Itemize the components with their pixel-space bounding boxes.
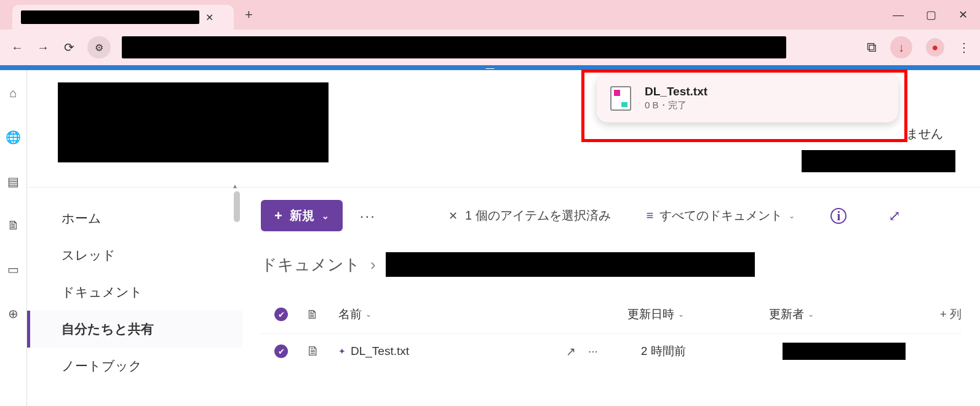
back-button[interactable]: ←: [10, 41, 25, 55]
extensions-icon[interactable]: ⧉: [867, 39, 877, 55]
row-updater-redacted: [783, 343, 906, 360]
download-meta: 0 B・完了: [645, 100, 707, 111]
sidebar-item-documents[interactable]: ドキュメント: [27, 274, 242, 311]
file-type-icon: [610, 86, 631, 111]
expand-icon[interactable]: ⤢: [888, 207, 901, 225]
row-updated-time: 2 時間前: [641, 343, 764, 359]
chevron-down-icon: ⌄: [808, 310, 814, 319]
download-popup[interactable]: DL_Test.txt 0 B・完了: [597, 74, 898, 122]
breadcrumb-root[interactable]: ドキュメント: [261, 254, 361, 276]
info-icon[interactable]: i: [831, 208, 847, 224]
globe-icon[interactable]: 🌐: [6, 130, 21, 145]
select-all-checkbox[interactable]: ✔: [274, 308, 288, 321]
chevron-down-icon: ⌄: [365, 310, 372, 319]
left-nav: ホーム スレッド ドキュメント 自分たちと共有 ノートブック: [27, 188, 242, 406]
more-actions-icon[interactable]: ···: [360, 207, 376, 225]
minimize-icon[interactable]: —: [893, 9, 904, 22]
app-rail: ⌂ 🌐 ▤ 🗎 ▭ ⊕: [0, 70, 27, 406]
address-bar-redacted[interactable]: [122, 36, 786, 58]
column-header-name[interactable]: 名前 ⌄: [338, 306, 548, 322]
table-header-row: ✔ 🗎 名前 ⌄ 更新日時 ⌄ 更新者 ⌄ + 列: [261, 301, 962, 333]
clear-selection-icon[interactable]: ✕: [448, 209, 458, 223]
chevron-down-icon: ⌄: [678, 310, 684, 319]
column-header-updater[interactable]: 更新者 ⌄: [769, 306, 892, 322]
sidebar-item-home[interactable]: ホーム: [27, 200, 242, 237]
row-actions: ↗ ···: [566, 344, 598, 359]
row-checkbox[interactable]: ✔: [274, 344, 288, 358]
scrollbar-thumb[interactable]: [234, 191, 240, 222]
add-icon[interactable]: ⊕: [8, 306, 18, 321]
list-view-icon: ≡: [647, 209, 654, 223]
close-tab-icon[interactable]: ✕: [205, 12, 213, 23]
sidebar-item-thread[interactable]: スレッド: [27, 237, 242, 274]
new-button-label: 新規: [290, 207, 314, 224]
share-icon[interactable]: ↗: [566, 344, 576, 359]
site-settings-icon[interactable]: ⚙: [87, 36, 111, 58]
library-icon[interactable]: ▭: [7, 262, 19, 277]
row-filename[interactable]: ✦ DL_Test.txt: [338, 344, 548, 358]
downloads-button[interactable]: ↓: [890, 36, 912, 58]
download-filename: DL_Test.txt: [645, 85, 707, 98]
command-bar: + 新規 ⌄ ··· ✕ 1 個のアイテムを選択済み ≡ すべてのドキュメント …: [261, 200, 962, 231]
sidebar-item-shared[interactable]: 自分たちと共有: [27, 311, 242, 348]
download-arrow-icon: ↓: [898, 41, 904, 55]
row-more-icon[interactable]: ···: [588, 344, 598, 358]
chevron-down-icon: ⌄: [322, 211, 329, 221]
browser-toolbar: ← → ⟳ ⚙ ⧉ ↓ ● ⋮: [0, 30, 980, 65]
home-icon[interactable]: ⌂: [9, 86, 17, 100]
browser-tab[interactable]: ✕: [12, 5, 234, 30]
selection-info: ✕ 1 個のアイテムを選択済み: [448, 207, 611, 224]
sidebar-item-notebook[interactable]: ノートブック: [27, 348, 242, 384]
main-content: + 新規 ⌄ ··· ✕ 1 個のアイテムを選択済み ≡ すべてのドキュメント …: [242, 188, 980, 406]
breadcrumb-separator-icon: ›: [370, 255, 376, 274]
file-icon: 🗎: [306, 343, 320, 359]
app-top-divider: —: [0, 65, 980, 70]
column-type-icon: 🗎: [306, 308, 320, 322]
browser-tab-strip: ✕ + — ▢ ✕: [0, 0, 980, 30]
download-info: DL_Test.txt 0 B・完了: [645, 85, 707, 111]
collapse-handle-icon[interactable]: —: [486, 65, 495, 70]
forward-button[interactable]: →: [36, 41, 50, 55]
file-icon[interactable]: 🗎: [7, 218, 20, 233]
close-window-icon[interactable]: ✕: [958, 8, 968, 22]
new-tab-button[interactable]: +: [245, 7, 253, 23]
plus-icon: +: [274, 208, 282, 224]
table-row[interactable]: ✔ 🗎 ✦ DL_Test.txt ↗ ··· 2 時間前: [261, 333, 962, 368]
column-header-updated[interactable]: 更新日時 ⌄: [627, 306, 751, 322]
window-controls: — ▢ ✕: [893, 0, 968, 30]
header-title-redacted: [58, 82, 329, 162]
add-column-button[interactable]: + 列: [940, 306, 962, 322]
reload-button[interactable]: ⟳: [62, 40, 76, 55]
view-label: すべてのドキュメント: [659, 207, 783, 224]
new-button[interactable]: + 新規 ⌄: [261, 200, 343, 231]
maximize-icon[interactable]: ▢: [926, 8, 936, 22]
breadcrumb-current-redacted: [386, 252, 755, 277]
browser-menu-icon[interactable]: ⋮: [958, 40, 970, 55]
selection-count-text: 1 個のアイテムを選択済み: [465, 207, 611, 224]
profile-button[interactable]: ●: [926, 38, 944, 57]
header-right-redacted: [802, 150, 955, 172]
breadcrumb: ドキュメント ›: [261, 252, 962, 277]
chevron-down-icon: ⌄: [789, 212, 795, 220]
header-truncated-text: ません: [906, 125, 943, 142]
news-icon[interactable]: ▤: [7, 174, 19, 189]
tab-title-redacted: [21, 10, 199, 24]
profile-avatar-icon: ●: [932, 41, 939, 54]
new-indicator-icon: ✦: [338, 346, 346, 356]
view-switcher[interactable]: ≡ すべてのドキュメント ⌄: [647, 207, 795, 224]
